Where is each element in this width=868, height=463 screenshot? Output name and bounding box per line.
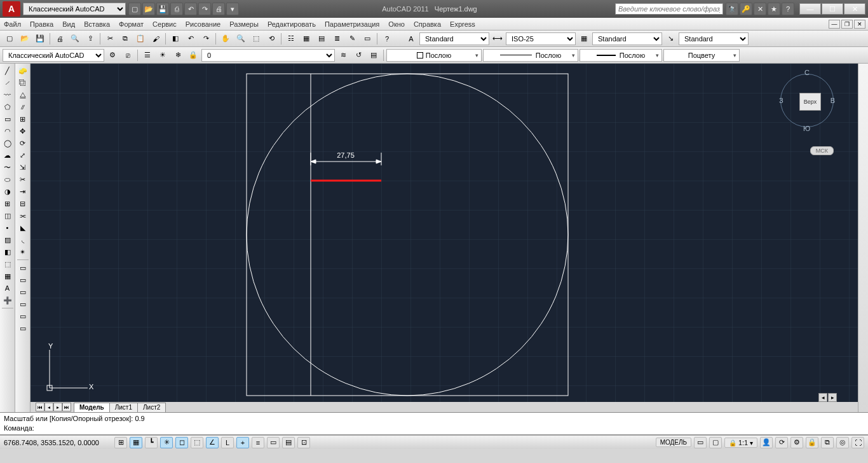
menu-modify[interactable]: Редактировать [268, 20, 316, 28]
redo-icon[interactable]: ↷ [199, 32, 213, 46]
insertblock-icon[interactable]: ⊞ [1, 198, 14, 209]
toolbar-lock-icon[interactable]: 🔒 [806, 437, 818, 448]
menu-draw[interactable]: Рисование [186, 20, 220, 28]
quickview-layouts-icon[interactable]: ▭ [694, 437, 707, 448]
star-icon[interactable]: ★ [768, 3, 780, 15]
layer-lock-icon[interactable]: 🔒 [186, 48, 200, 62]
help-icon[interactable]: ? [782, 3, 794, 15]
tab-prev-icon[interactable]: ◂ [44, 403, 53, 411]
mdi-restore[interactable]: ❐ [841, 20, 853, 29]
chamfer-icon[interactable]: ◣ [17, 222, 29, 233]
layer-freeze-icon[interactable]: ❄ [171, 48, 185, 62]
addselected-icon[interactable]: ➕ [1, 294, 14, 306]
sc-toggle[interactable]: ⊡ [297, 437, 310, 448]
menu-dimension[interactable]: Размеры [229, 20, 259, 28]
block-icon[interactable]: ◧ [168, 32, 182, 46]
viewcube[interactable]: Верх С Ю В З [775, 69, 839, 132]
lineweight-select[interactable]: Послою [580, 49, 662, 62]
paste-icon[interactable]: 📋 [133, 32, 147, 46]
ellipsearc-icon[interactable]: ◑ [1, 186, 14, 197]
menu-file[interactable]: Файл [4, 20, 21, 28]
fillet-icon[interactable]: ◟ [17, 234, 29, 245]
qat-more-icon[interactable]: ▾ [226, 3, 239, 15]
matchprop-icon[interactable]: 🖌 [149, 32, 163, 46]
publish-icon[interactable]: ⇪ [83, 32, 97, 46]
tpy-toggle[interactable]: ▭ [267, 437, 280, 448]
menu-edit[interactable]: Правка [30, 20, 53, 28]
drawing5-icon[interactable]: ▭ [17, 310, 29, 322]
undo-icon[interactable]: ↶ [184, 32, 198, 46]
mleaderstyle-icon[interactable]: ↘ [663, 32, 677, 46]
workspace-select-top[interactable]: Классический AutoCAD [23, 3, 126, 15]
stretch-icon[interactable]: ⇲ [17, 162, 29, 173]
drawing6-icon[interactable]: ▭ [17, 322, 29, 334]
tab-model[interactable]: Модель [74, 403, 110, 412]
line-icon[interactable]: ╱ [1, 65, 14, 76]
zoomwin-icon[interactable]: ⬚ [249, 32, 263, 46]
break-icon[interactable]: ⊟ [17, 198, 29, 209]
hardware-accel-icon[interactable]: ⧉ [821, 437, 834, 448]
toolpalettes-icon[interactable]: ▤ [315, 32, 329, 46]
mdi-minimize[interactable]: — [829, 20, 840, 29]
menu-window[interactable]: Окно [388, 20, 405, 28]
vscrollbar[interactable] [858, 64, 868, 412]
dyn-toggle[interactable]: + [236, 437, 249, 448]
space-indicator[interactable]: МОДЕЛЬ [656, 438, 691, 447]
drawing4-icon[interactable]: ▭ [17, 298, 29, 310]
move-icon[interactable]: ✥ [17, 125, 29, 137]
properties-icon[interactable]: ☷ [284, 32, 298, 46]
quickview-drawings-icon[interactable]: ▢ [709, 437, 722, 448]
layer-select[interactable]: 0 [201, 49, 335, 62]
plotstyle-select[interactable]: Поцвету [663, 49, 740, 62]
hatch-icon[interactable]: ▨ [1, 234, 14, 245]
drawing2-icon[interactable]: ▭ [17, 274, 29, 286]
workspace-save-icon[interactable]: ⎚ [121, 48, 135, 62]
menu-view[interactable]: Вид [62, 20, 75, 28]
scale-icon[interactable]: ⤢ [17, 149, 29, 161]
grid-toggle[interactable]: ▦ [130, 437, 142, 448]
tab-first-icon[interactable]: ⏮ [36, 403, 44, 411]
anno-visibility-icon[interactable]: 👤 [760, 437, 773, 448]
qat-saveas-icon[interactable]: ⎙ [170, 3, 183, 15]
copy2-icon[interactable]: ⿻ [17, 77, 29, 88]
table-icon[interactable]: ▦ [1, 270, 14, 282]
close-button[interactable]: ✕ [844, 3, 865, 15]
minimize-button[interactable]: — [799, 3, 821, 15]
zoomprev-icon[interactable]: ⟲ [264, 32, 278, 46]
xline-icon[interactable]: ⟋ [1, 77, 14, 88]
tab-last-icon[interactable]: ⏭ [62, 403, 71, 411]
drawing-canvas[interactable]: 27,75 Y X Верх С Ю В З МСК ◂ ▸ [31, 64, 858, 412]
revcloud-icon[interactable]: ☁ [1, 149, 14, 161]
join-icon[interactable]: ⫘ [17, 210, 29, 221]
command-window[interactable]: Масштаб или [Копия/Опорный отрезок]: 0.9… [0, 412, 868, 435]
menu-insert[interactable]: Вставка [84, 20, 110, 28]
zoom-icon[interactable]: 🔍 [234, 32, 248, 46]
layer-sun-icon[interactable]: ☀ [156, 48, 170, 62]
mtext-icon[interactable]: A [1, 282, 14, 294]
array-icon[interactable]: ⊞ [17, 113, 29, 125]
workspace-select[interactable]: Классический AutoCAD [3, 49, 104, 62]
key-icon[interactable]: 🔑 [740, 3, 752, 15]
tab-sheet1[interactable]: Лист1 [109, 403, 138, 412]
textstyle-select[interactable]: Standard [419, 32, 489, 45]
exchange-icon[interactable]: ✕ [754, 3, 766, 15]
menu-express[interactable]: Express [450, 20, 475, 28]
pline-icon[interactable]: 〰 [1, 89, 14, 100]
dimstyle-icon[interactable]: ⟷ [491, 32, 505, 46]
cleanscreen-icon[interactable]: ⛶ [851, 437, 864, 448]
trim-icon[interactable]: ✂ [17, 174, 29, 185]
circle-icon[interactable]: ◯ [1, 137, 14, 149]
annoscale[interactable]: 🔒 1:1 ▾ [724, 438, 757, 448]
layer-match-icon[interactable]: ≋ [336, 48, 350, 62]
color-select[interactable]: Послою [386, 49, 482, 62]
explode-icon[interactable]: ✴ [17, 246, 29, 258]
isolate-icon[interactable]: ◎ [836, 437, 849, 448]
point-icon[interactable]: • [1, 222, 14, 233]
menu-tools[interactable]: Сервис [153, 20, 177, 28]
binoculars-icon[interactable]: 🔭 [726, 3, 738, 15]
spline-icon[interactable]: 〜 [1, 162, 14, 173]
app-logo[interactable]: A [3, 1, 20, 17]
drawing-icon[interactable]: ▭ [17, 262, 29, 273]
command-prompt[interactable]: Команда: [4, 424, 864, 433]
osnap-toggle[interactable]: ◻ [175, 437, 188, 448]
